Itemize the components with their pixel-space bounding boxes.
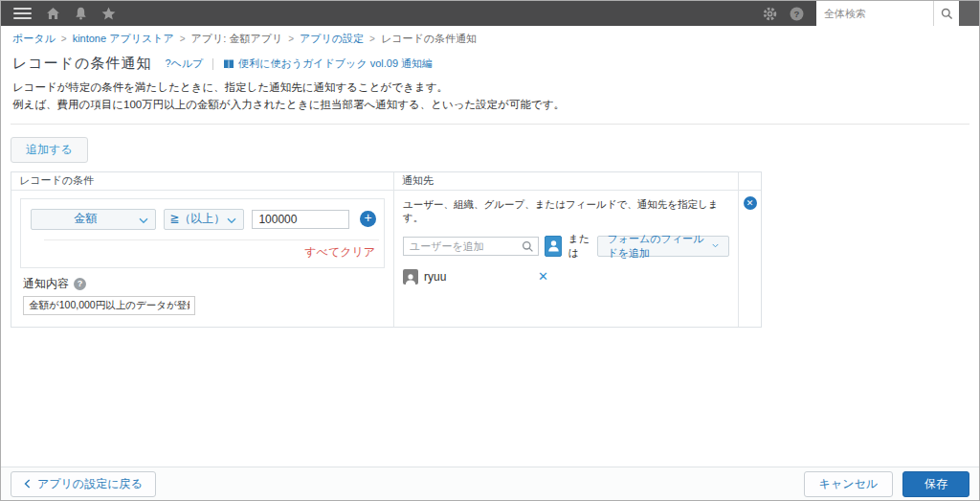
chevron-down-icon [139,217,148,224]
chevron-down-icon [712,242,719,249]
notifications-bell-icon[interactable] [75,7,87,20]
settings-gear-icon[interactable] [763,7,777,21]
add-condition-row-icon[interactable]: + [360,211,376,227]
user-search-wrap [403,237,539,256]
save-button[interactable]: 保存 [902,471,969,497]
condition-operator-select[interactable]: ≧（以上） [164,209,244,230]
destination-cell: ユーザー、組織、グループ、またはフィールドで、通知先を指定します。 または フォ… [394,191,739,327]
description-line-2: 例えば、費用の項目に100万円以上の金額が入力されたときに担当部署へ通知する、と… [12,97,968,114]
guidebook-link-label: 便利に使おうガイドブック vol.09 通知編 [238,57,433,71]
chevron-down-icon [227,217,236,224]
remove-user-icon[interactable]: ✕ [538,270,548,283]
column-header-actions [739,172,761,191]
favorites-star-icon[interactable] [101,7,116,20]
help-icon[interactable]: ? [790,7,804,21]
topbar-left [1,7,116,20]
topbar-edge-segment [959,1,979,26]
hamburger-menu-icon[interactable] [13,8,32,19]
user-avatar [403,269,418,285]
notification-content-label: 通知内容 [23,276,69,292]
add-form-field-label: フォームのフィールドを追加 [608,232,705,261]
home-icon[interactable] [46,7,60,20]
breadcrumb-separator: > [180,34,186,44]
condition-value-input[interactable] [252,210,349,229]
svg-text:?: ? [794,8,800,18]
breadcrumb-separator: > [369,34,375,44]
notification-content-label-row: 通知内容 ? [23,276,393,292]
add-condition-button[interactable]: 追加する [11,137,88,163]
guidebook-link[interactable]: 便利に使おうガイドブック vol.09 通知編 [223,57,433,71]
back-button-label: アプリの設定に戻る [37,476,143,492]
add-user-input[interactable] [403,237,539,256]
cancel-button[interactable]: キャンセル [804,471,893,497]
description-line-1: レコードが特定の条件を満たしたときに、指定した通知先に通知することができます。 [12,80,968,97]
header-divider [212,58,213,70]
footer-bar: アプリの設定に戻る キャンセル 保存 [1,467,979,500]
breadcrumb-separator: > [61,34,67,44]
column-header-condition: レコードの条件 [11,172,394,191]
breadcrumb-app-store[interactable]: kintone アプリストア [73,32,174,46]
destination-instruction: ユーザー、組織、グループ、またはフィールドで、通知先を指定します。 [403,198,729,225]
kintone-settings-window: ? ポータル > kintone アプリストア > アプリ: 金額アプリ > ア… [0,0,980,501]
condition-operator-value: ≧（以上） [169,211,225,227]
book-icon [223,58,234,70]
breadcrumb-portal[interactable]: ポータル [12,32,56,46]
destination-user-row: ryuu ✕ [403,269,548,285]
back-to-settings-button[interactable]: アプリの設定に戻る [11,471,156,497]
condition-field-value: 金額 [75,211,98,227]
notification-content-input[interactable] [23,296,195,315]
user-name: ryuu [424,270,532,284]
condition-controls: 金額 ≧（以上） + [21,199,384,230]
breadcrumb: ポータル > kintone アプリストア > アプリ: 金額アプリ > アプリ… [1,26,979,49]
notification-settings-table: レコードの条件 通知先 金額 ≧（以上） + [11,171,762,328]
select-user-button[interactable] [545,236,562,257]
page-help-link[interactable]: ?ヘルプ [165,57,203,71]
global-search-button[interactable] [933,1,959,26]
page-title: レコードの条件通知 [12,55,151,73]
breadcrumb-app-name: アプリ: 金額アプリ [191,32,283,46]
content-help-icon: ? [74,278,86,290]
condition-field-select[interactable]: 金額 [31,209,156,230]
chevron-left-icon [24,479,31,489]
remove-notification-row-icon[interactable]: ✕ [744,196,757,210]
condition-cell: 金額 ≧（以上） + すべてクリア 通知内容 ? [11,191,394,327]
or-label: または [568,232,590,261]
condition-box: 金額 ≧（以上） + すべてクリア [20,198,385,268]
breadcrumb-app-settings[interactable]: アプリの設定 [300,32,364,46]
column-header-destination: 通知先 [394,172,739,191]
search-icon [522,240,534,253]
row-actions-cell: ✕ [739,191,761,327]
page-description: レコードが特定の条件を満たしたときに、指定した通知先に通知することができます。 … [1,73,979,114]
add-form-field-button[interactable]: フォームのフィールドを追加 [597,236,730,257]
page-header: レコードの条件通知 ?ヘルプ 便利に使おうガイドブック vol.09 通知編 [1,49,979,73]
topbar-right: ? [763,1,979,26]
section-divider [11,124,969,125]
person-icon [405,273,416,285]
person-icon [547,239,560,253]
footer-actions: キャンセル 保存 [804,471,969,497]
breadcrumb-separator: > [288,34,294,44]
breadcrumb-current-page: レコードの条件通知 [381,32,477,46]
search-icon [941,8,953,20]
topbar: ? [1,1,979,26]
destination-controls: または フォームのフィールドを追加 [403,232,729,261]
clear-all-link[interactable]: すべてクリア [21,240,384,267]
global-search-input[interactable] [816,1,933,26]
